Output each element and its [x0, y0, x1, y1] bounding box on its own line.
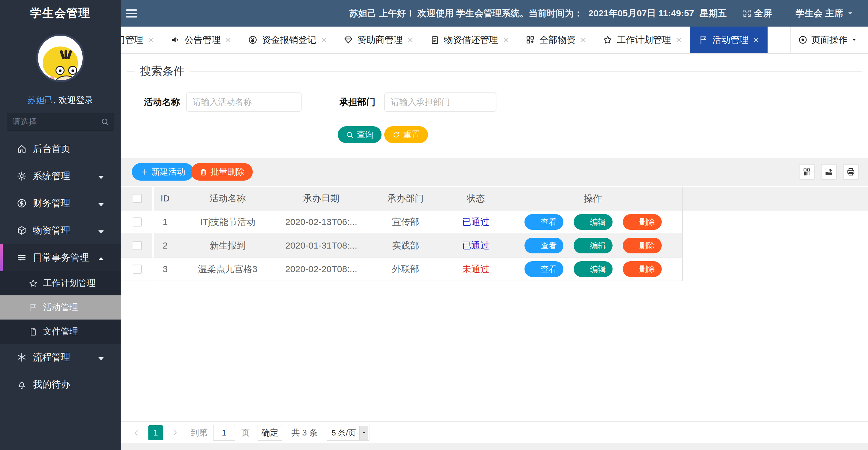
sidebar-menu-item[interactable]: 后台首页 [0, 135, 121, 163]
row-checkbox[interactable] [133, 218, 142, 226]
tab-close-icon[interactable]: × [503, 35, 509, 45]
tab-close-icon[interactable]: × [226, 35, 231, 45]
export-button[interactable] [821, 164, 837, 180]
tab-close-icon[interactable]: × [321, 35, 327, 45]
prev-page-icon[interactable] [132, 428, 141, 437]
caret-down-icon [362, 431, 366, 435]
delete-button[interactable]: 删除 [623, 261, 662, 277]
info-icon [531, 218, 539, 226]
view-button[interactable]: 查看 [525, 261, 563, 277]
filter-columns-button[interactable] [799, 164, 815, 180]
bell-icon [17, 379, 27, 390]
pagination-bar: 1 到第 页 确定 共 3 条 5 条/页 [121, 421, 868, 443]
table-row: 1 ITj技能节活动 2020-02-13T06:... 宣传部 已通过 查看 … [121, 210, 682, 234]
row-checkbox[interactable] [133, 264, 142, 274]
sidebar-menu-item[interactable]: 日常事务管理 [0, 244, 121, 271]
next-page-icon[interactable] [171, 428, 179, 437]
tab-close-icon[interactable]: × [148, 35, 154, 45]
current-page-button[interactable]: 1 [148, 425, 163, 440]
tab-item[interactable]: 资金报销登记 × [240, 27, 335, 53]
department-label: 承担部门 [339, 92, 375, 112]
info-icon [531, 265, 539, 273]
sidebar-search-placeholder: 请选择 [12, 117, 37, 126]
reset-button[interactable]: 重置 [384, 126, 428, 143]
select-all-checkbox[interactable] [133, 194, 142, 203]
cell-date: 2020-02-13T06:... [279, 210, 364, 233]
sidebar-menu-item[interactable]: 流程管理 [0, 344, 121, 371]
tab-item[interactable]: 工作计划管理 × [594, 27, 690, 53]
greeting-text: 苏妲己 上午好！ 欢迎使用 学生会管理系统。当前时间为： 2021年05月07日… [349, 7, 730, 20]
trash-icon [629, 265, 637, 273]
hamburger-menu-icon[interactable] [126, 7, 138, 19]
sidebar-submenu-item[interactable]: 活动管理 [0, 296, 121, 319]
cell-department: 宣传部 [364, 210, 448, 233]
cell-date: 2020-02-20T08:... [279, 258, 364, 281]
page-operations-dropdown[interactable]: 页面操作 [790, 27, 868, 53]
query-button[interactable]: 查询 [338, 126, 381, 143]
view-button[interactable]: 查看 [525, 238, 563, 253]
menu-item-label: 后台首页 [33, 143, 70, 155]
goto-confirm-button[interactable]: 确定 [257, 425, 282, 441]
table-body: 1 ITj技能节活动 2020-02-13T06:... 宣传部 已通过 查看 … [121, 210, 682, 281]
submenu: 工作计划管理 活动管理 文件管理 [0, 271, 121, 344]
fullscreen-button[interactable]: 全屏 [743, 7, 772, 20]
user-role-dropdown[interactable]: 学生会 主席 [796, 7, 854, 20]
snowflake-icon [17, 352, 27, 362]
tab-close-icon[interactable]: × [407, 35, 413, 45]
sidebar-submenu-item[interactable]: 文件管理 [0, 319, 121, 344]
topbar: 苏妲己 上午好！ 欢迎使用 学生会管理系统。当前时间为： 2021年05月07日… [121, 0, 868, 27]
pencil-icon [580, 242, 588, 250]
row-checkbox[interactable] [133, 241, 142, 250]
tab-close-icon[interactable]: × [753, 35, 759, 45]
edit-button[interactable]: 编辑 [574, 214, 613, 230]
cell-status: 未通过 [448, 258, 504, 281]
cell-id: 3 [154, 258, 177, 281]
tab-item[interactable]: 赞助商管理 × [335, 27, 422, 53]
gear-icon [17, 171, 27, 181]
tab-close-icon[interactable]: × [580, 35, 586, 45]
view-button[interactable]: 查看 [525, 214, 563, 230]
select-arrow-button[interactable] [359, 426, 368, 440]
tab-item[interactable]: 公告管理 × [162, 27, 240, 53]
sidebar-menu-item[interactable]: 财务管理 [0, 190, 121, 217]
goto-page-input[interactable] [213, 425, 235, 441]
search-icon [346, 131, 354, 139]
tab-item[interactable]: 活动管理 × [690, 27, 768, 53]
tab-close-icon[interactable]: × [676, 35, 682, 45]
tab-label: 活动管理 [712, 34, 749, 46]
tab-item[interactable]: 物资借还管理 × [422, 27, 517, 53]
tab-label: 全部物资 [539, 34, 576, 46]
sidebar-menu-item[interactable]: 系统管理 [0, 163, 121, 190]
avatar[interactable] [36, 34, 85, 82]
sidebar-menu-item[interactable]: 我的待办 [0, 371, 121, 398]
trash-icon [629, 218, 637, 226]
tab-item[interactable]: 门管理 × [121, 27, 162, 53]
cell-department: 实践部 [364, 234, 448, 257]
batch-delete-button[interactable]: 批量删除 [191, 163, 253, 180]
current-datetime: 2021年05月07日 11:49:57 [588, 8, 694, 18]
cell-status: 已通过 [448, 234, 504, 257]
delete-button[interactable]: 删除 [623, 214, 662, 230]
new-activity-button[interactable]: 新建活动 [132, 163, 194, 180]
columns-icon [802, 167, 811, 176]
edit-button[interactable]: 编辑 [574, 261, 613, 277]
delete-button[interactable]: 删除 [623, 238, 662, 253]
activity-name-input[interactable] [186, 92, 302, 112]
sidebar-menu-item[interactable]: 物资管理 [0, 217, 121, 244]
sidebar-search-input[interactable]: 请选择 [7, 113, 114, 131]
tab-item[interactable]: 全部物资 × [517, 27, 594, 53]
edit-button[interactable]: 编辑 [574, 238, 613, 253]
tab-label: 工作计划管理 [617, 34, 671, 46]
column-header: 承办日期 [279, 187, 364, 210]
column-header: 承办部门 [364, 187, 448, 210]
export-icon [824, 167, 833, 176]
department-input[interactable] [384, 92, 496, 112]
menu-item-label: 日常事务管理 [33, 251, 89, 264]
sidebar-submenu-item[interactable]: 工作计划管理 [0, 271, 121, 296]
print-button[interactable] [843, 164, 859, 180]
page-size-value: 5 条/页 [332, 428, 356, 437]
header-checkbox-cell [121, 187, 154, 210]
cell-actions: 查看 编辑 删除 [504, 210, 682, 233]
fullscreen-icon [743, 9, 752, 18]
page-size-select[interactable]: 5 条/页 [327, 425, 369, 441]
